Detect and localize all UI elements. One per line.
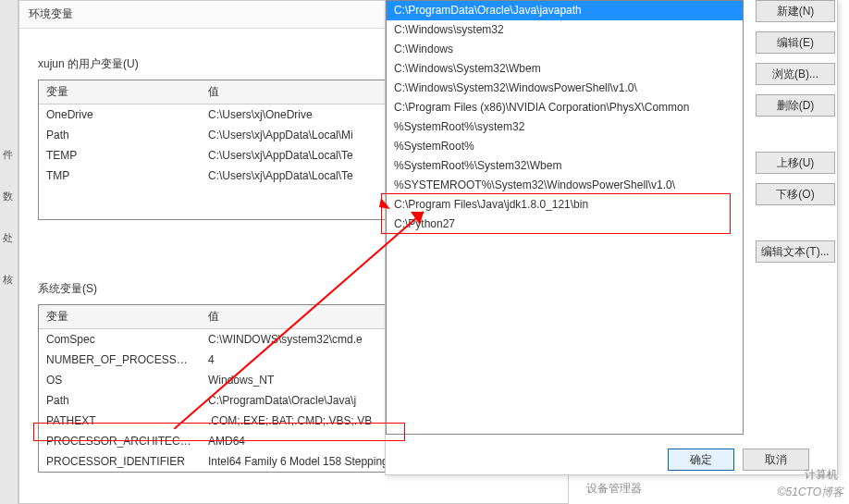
cell-var: Path [39, 125, 201, 145]
path-list-item[interactable]: C:\Program Files\Java\jdk1.8.0_121\bin [387, 195, 743, 215]
cell-var: PROCESSOR_ARCHITECTU... [39, 431, 201, 451]
edit-text-button[interactable]: 编辑文本(T)... [756, 240, 835, 263]
col-var[interactable]: 变量 [39, 80, 201, 104]
move-down-button[interactable]: 下移(O) [756, 183, 835, 205]
new-button[interactable]: 新建(N) [756, 0, 835, 22]
path-list-item[interactable]: %SystemRoot% [387, 137, 743, 156]
path-editor-popup: C:\ProgramData\Oracle\Java\javapathC:\Wi… [385, 0, 838, 475]
cell-var: PATHEXT [39, 411, 201, 431]
edit-button[interactable]: 编辑(E) [756, 31, 835, 54]
cell-var: PROCESSOR_IDENTIFIER [39, 451, 201, 472]
delete-button[interactable]: 删除(D) [756, 94, 835, 117]
move-up-button[interactable]: 上移(U) [756, 152, 835, 174]
cell-var: NUMBER_OF_PROCESSORS [39, 350, 201, 370]
path-list[interactable]: C:\ProgramData\Oracle\Java\javapathC:\Wi… [386, 0, 744, 435]
browse-button[interactable]: 浏览(B)... [756, 63, 835, 85]
path-list-item[interactable]: C:\Windows [387, 40, 743, 59]
path-list-item[interactable]: C:\Windows\system32 [387, 20, 743, 40]
cell-var: OneDrive [39, 104, 201, 126]
cell-var: ComSpec [39, 329, 201, 350]
path-list-item[interactable]: C:\Program Files (x86)\NVIDIA Corporatio… [387, 98, 743, 117]
cell-var: TMP [39, 166, 201, 186]
path-list-item[interactable]: %SYSTEMROOT%\System32\WindowsPowerShell\… [387, 176, 743, 195]
cancel-button[interactable]: 取消 [743, 449, 809, 471]
watermark: ©51CTO博客 [778, 485, 843, 500]
path-list-item[interactable]: C:\Windows\System32\WindowsPowerShell\v1… [387, 79, 743, 98]
path-list-item[interactable]: %SystemRoot%\System32\Wbem [387, 156, 743, 176]
path-list-item[interactable]: C:\Windows\System32\Wbem [387, 59, 743, 79]
compute-label: 计算机 [805, 467, 838, 483]
devmgr-label: 设备管理器 [586, 481, 642, 497]
path-list-item[interactable]: C:\ProgramData\Oracle\Java\javapath [387, 1, 743, 20]
cell-var: OS [39, 370, 201, 390]
cell-var: Path [39, 390, 201, 411]
path-list-item[interactable]: C:\Python27 [387, 215, 743, 234]
ok-button[interactable]: 确定 [668, 449, 734, 471]
left-strip: 件 数 处 核 [0, 0, 18, 504]
cell-var: TEMP [39, 145, 201, 166]
path-list-item[interactable]: %SystemRoot%\system32 [387, 117, 743, 137]
col-var[interactable]: 变量 [39, 305, 201, 329]
